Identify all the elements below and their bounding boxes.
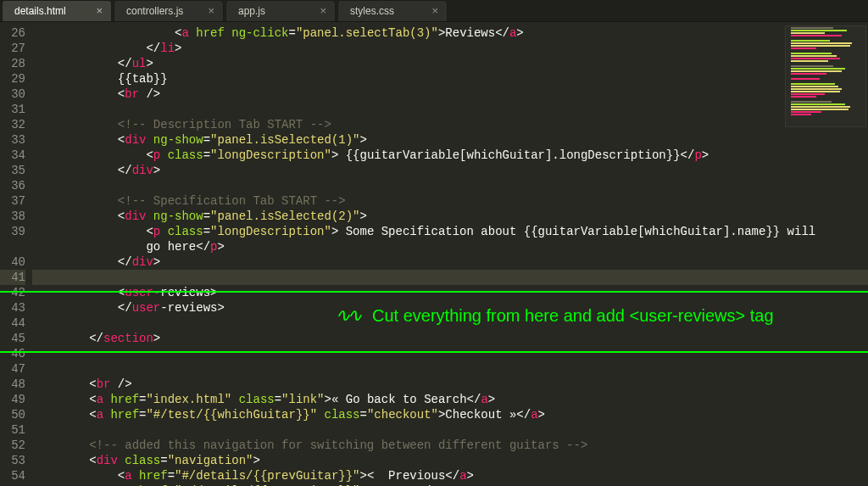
code-line[interactable]: <!-- added this navigation for switching… [32,438,868,453]
annotation-text: Cut everything from here and add <user-r… [372,308,774,323]
code-line[interactable] [32,422,868,438]
code-line[interactable]: </li> [32,41,868,56]
bolt-icon: ∿∿ [335,308,359,323]
line-number-gutter: 2627282930313233343536373839 40414243444… [0,22,32,486]
close-icon[interactable]: × [431,3,438,19]
tab-label: details.html [14,3,66,19]
code-line[interactable]: <p class="longDescription"> Some Specifi… [32,224,868,239]
code-line[interactable]: <p class="longDescription"> {{guitarVari… [32,148,868,163]
close-icon[interactable]: × [96,3,103,19]
highlight-bottom-rule [0,351,868,353]
code-line[interactable]: <a href="#/test/{{whichGuitar}}" class="… [32,407,868,422]
code-line[interactable] [32,102,868,117]
code-line[interactable]: <div ng-show="panel.isSelected(2)"> [32,209,868,224]
code-line[interactable]: <a href ng-click="panel.selectTab(3)">Re… [32,25,868,41]
annotation-callout: ∿∿ Cut everything from here and add <use… [335,308,774,323]
highlight-top-rule [0,291,868,293]
close-icon[interactable]: × [208,3,214,19]
tab-details-html[interactable]: details.html × [2,0,112,21]
code-area[interactable]: <a href ng-click="panel.selectTab(3)">Re… [32,22,868,486]
code-line[interactable]: <!-- Specification Tab START --> [32,193,868,209]
code-line[interactable]: <a href="#/details/{{prevGuitar}}">< Pre… [32,468,868,483]
code-line[interactable] [32,270,868,285]
code-line[interactable]: <div class="navigation"> [32,453,868,468]
code-line[interactable]: go here</p> [32,239,868,254]
code-line[interactable]: <br /> [32,377,868,392]
tab-app-js[interactable]: app.js × [225,0,336,21]
code-line[interactable]: </ul> [32,56,868,71]
close-icon[interactable]: × [320,3,326,19]
code-line[interactable]: <!-- Description Tab START --> [32,117,868,132]
code-line[interactable]: <a href="index.html" class="link">« Go b… [32,392,868,407]
code-line[interactable] [32,346,868,361]
code-line[interactable]: </div> [32,163,868,178]
code-line[interactable]: <user-reviews> [32,285,868,300]
editor[interactable]: 2627282930313233343536373839 40414243444… [0,22,868,486]
tab-bar: details.html × controllers.js × app.js ×… [0,0,868,22]
tab-controllers-js[interactable]: controllers.js × [114,0,224,21]
tab-label: controllers.js [126,3,183,19]
code-line[interactable]: {{tab}} [32,71,868,87]
code-line[interactable]: <div ng-show="panel.isSelected(1)"> [32,132,868,148]
code-line[interactable] [32,361,868,377]
code-line[interactable]: </section> [32,331,868,346]
tab-styles-css[interactable]: styles.css × [337,0,448,21]
tab-label: app.js [238,3,265,19]
code-line[interactable]: <br /> [32,87,868,102]
tab-label: styles.css [350,3,394,19]
code-line[interactable] [32,178,868,193]
code-line[interactable]: </div> [32,254,868,270]
